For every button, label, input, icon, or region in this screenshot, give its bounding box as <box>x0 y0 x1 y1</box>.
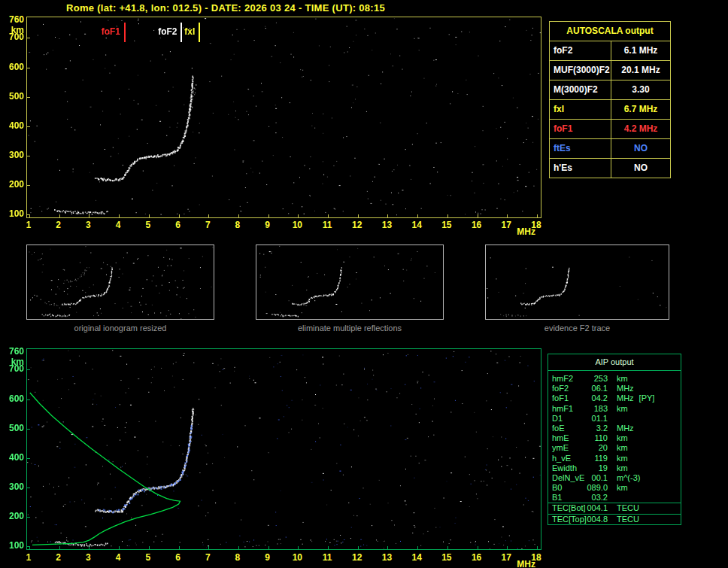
top-plot-x-tick-13: 13 <box>376 220 397 230</box>
autoscala-value-ftEs: NO <box>611 139 670 158</box>
bottom-plot-x-tick-2: 2 <box>48 552 69 563</box>
bottom-plot-y-tick-600: 600 <box>2 393 24 404</box>
aip-unit-hmF1: km <box>617 404 628 414</box>
thumbnail-original-ionogram <box>26 245 214 320</box>
bottom-plot-x-tick-10: 10 <box>287 552 308 563</box>
bottom-plot-y-tick-500: 500 <box>2 423 24 433</box>
aip-param-DelN_vE: DelN_vE <box>552 473 587 483</box>
aip-param-foE: foE <box>552 424 587 433</box>
aip-row-TEC[Bot]: TEC[Bot]004.1TECU <box>548 503 681 513</box>
aip-table-rows: hmF2253kmfoF206.1MHzfoF104.2MHz[PY]hmF11… <box>548 374 681 524</box>
top-plot-y-tick-200: 200 <box>2 179 24 190</box>
aip-unit-DelN_vE: m^(-3) <box>617 473 640 483</box>
autoscala-row-ftEs: ftEsNO <box>550 138 670 158</box>
aip-unit-B0: km <box>617 483 628 493</box>
top-plot-x-tick-12: 12 <box>347 220 368 230</box>
thumbnail-evidence-canvas <box>486 245 669 319</box>
aip-param-hmF2: hmF2 <box>552 374 587 384</box>
top-plot-y-tick-500: 500 <box>2 91 24 102</box>
aip-param-foF1: foF1 <box>552 393 587 403</box>
aip-output-table: AIP output hmF2253kmfoF206.1MHzfoF104.2M… <box>548 354 681 525</box>
aip-value-D1: 01.1 <box>587 414 608 424</box>
aip-value-DelN_vE: 00.1 <box>587 473 608 483</box>
aip-value-B1: 03.2 <box>587 493 608 503</box>
aip-row-foF1: foF104.2MHz[PY] <box>548 393 681 403</box>
thumbnail-caption-original: original ionogram resized <box>26 323 214 333</box>
top-plot-y-tick-400: 400 <box>2 120 24 131</box>
aip-unit-ymE: km <box>617 443 628 453</box>
top-plot-x-tick-17: 17 <box>496 220 517 230</box>
thumbnail-caption-evidence: evidence F2 trace <box>485 323 669 333</box>
bottom-plot-x-tick-9: 9 <box>257 552 278 563</box>
top-plot-y-tick-760: 760 <box>2 14 24 25</box>
thumbnail-caption-eliminate: eliminate multiple reflections <box>256 323 444 333</box>
top-plot-y-unit: km <box>2 25 24 35</box>
aip-row-DelN_vE: DelN_vE00.1m^(-3) <box>548 473 681 483</box>
marker-label-fxI: fxI <box>152 26 195 37</box>
aip-param-D1: D1 <box>552 414 587 424</box>
bottom-plot-x-tick-6: 6 <box>168 552 189 563</box>
bottom-ionogram-plot <box>26 348 541 550</box>
top-plot-x-tick-8: 8 <box>227 220 248 230</box>
aip-unit-h_vE: km <box>617 454 628 463</box>
aip-param-h_vE: h_vE <box>552 454 587 463</box>
top-plot-x-tick-9: 9 <box>257 220 278 230</box>
top-plot-x-tick-15: 15 <box>436 220 457 230</box>
top-plot-x-tick-3: 3 <box>77 220 99 230</box>
autoscala-app: Rome (lat: +41.8, lon: 012.5) - DATE: 20… <box>0 0 728 568</box>
autoscala-value-h'Es: NO <box>611 159 670 178</box>
autoscala-table-title: AUTOSCALA output <box>550 22 670 41</box>
autoscala-row-M(3000)F2: M(3000)F23.30 <box>550 80 670 99</box>
marker-label-foF1: foF1 <box>77 26 120 37</box>
bottom-plot-x-tick-11: 11 <box>317 552 338 563</box>
top-plot-x-unit: MHz <box>517 226 542 237</box>
top-ionogram-plot <box>26 17 541 218</box>
autoscala-value-foF1: 4.2 MHz <box>611 120 670 138</box>
aip-unit-foE: MHz <box>617 424 634 433</box>
top-plot-x-tick-1: 1 <box>18 220 39 230</box>
autoscala-row-foF1: foF14.2 MHz <box>550 119 670 138</box>
aip-row-TEC[Top]: TEC[Top]004.8TECU <box>548 514 681 524</box>
autoscala-output-table: AUTOSCALA output foF26.1 MHzMUF(3000)F22… <box>549 21 671 178</box>
aip-value-TEC[Bot]: 004.1 <box>587 503 608 513</box>
aip-value-ymE: 20 <box>587 443 608 453</box>
top-plot-x-tick-11: 11 <box>317 220 338 230</box>
aip-row-foE: foE3.2MHz <box>548 424 681 433</box>
bottom-plot-y-tick-100: 100 <box>2 540 24 551</box>
top-plot-x-tick-6: 6 <box>168 220 189 230</box>
bottom-plot-x-tick-5: 5 <box>138 552 159 563</box>
thumbnail-evidence-f2 <box>485 245 669 320</box>
aip-value-TEC[Top]: 004.8 <box>587 515 608 524</box>
bottom-plot-x-tick-4: 4 <box>108 552 129 563</box>
autoscala-param-h'Es: h'Es <box>550 159 611 178</box>
aip-value-hmF1: 183 <box>587 404 608 414</box>
aip-row-D1: D101.1 <box>548 414 681 424</box>
aip-param-B0: B0 <box>552 483 587 493</box>
aip-value-h_vE: 119 <box>587 454 608 463</box>
aip-unit-hmF2: km <box>617 374 628 384</box>
bottom-ionogram-canvas <box>27 349 541 549</box>
bottom-plot-x-tick-16: 16 <box>466 552 487 563</box>
aip-unit-foF2: MHz <box>617 384 634 393</box>
aip-unit-TEC[Top]: TECU <box>617 515 639 524</box>
aip-row-hmF2: hmF2253km <box>548 374 681 384</box>
aip-value-foE: 3.2 <box>587 424 608 433</box>
aip-row-Ewidth: Ewidth19km <box>548 463 681 473</box>
aip-unit-foF1: MHz <box>617 393 634 403</box>
bottom-plot-x-tick-1: 1 <box>18 552 39 563</box>
top-plot-x-tick-16: 16 <box>466 220 487 230</box>
aip-param-TEC[Top]: TEC[Top] <box>552 515 587 524</box>
bottom-plot-x-unit: MHz <box>517 559 542 568</box>
aip-param-Ewidth: Ewidth <box>552 463 587 473</box>
autoscala-param-MUF(3000)F2: MUF(3000)F2 <box>550 61 611 80</box>
aip-value-hmE: 110 <box>587 433 608 443</box>
bottom-plot-x-tick-7: 7 <box>197 552 218 563</box>
bottom-plot-x-tick-14: 14 <box>406 552 427 563</box>
autoscala-table-rows: foF26.1 MHzMUF(3000)F220.1 MHzM(3000)F23… <box>550 41 670 178</box>
autoscala-value-M(3000)F2: 3.30 <box>611 80 670 99</box>
aip-value-hmF2: 253 <box>587 374 608 384</box>
top-ionogram-canvas <box>27 17 541 217</box>
aip-row-h_vE: h_vE119km <box>548 454 681 463</box>
autoscala-param-ftEs: ftEs <box>550 139 611 158</box>
bottom-plot-x-tick-13: 13 <box>376 552 397 563</box>
